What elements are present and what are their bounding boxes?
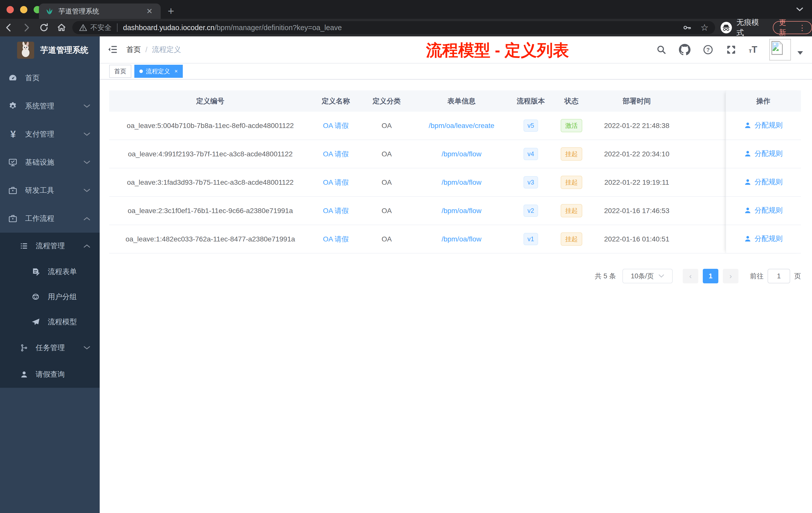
sidebar-item-label: 流程模型 [48, 317, 77, 327]
sidebar-item-process-model[interactable]: 流程模型 [0, 309, 100, 335]
sidebar-item-workflow[interactable]: 工作流程 [0, 205, 100, 233]
assign-rule-button[interactable]: 分配规则 [744, 120, 783, 130]
status-badge: 挂起 [561, 147, 582, 161]
definition-id: oa_leave:5:004b710b-7b8a-11ec-8ef0-acde4… [109, 122, 311, 130]
sidebar-item-home[interactable]: 首页 [0, 64, 100, 92]
sidebar-logo[interactable]: 芋道管理系统 [0, 36, 100, 64]
definition-name-link[interactable]: OA 请假 [311, 121, 360, 130]
security-warning[interactable]: 不安全 [79, 23, 112, 32]
hamburger-icon[interactable] [107, 44, 118, 55]
column-header-actions: 操作 [726, 96, 801, 106]
next-page-button[interactable]: › [723, 269, 738, 283]
sidebar-item-leave-query[interactable]: 请假查询 [0, 361, 100, 388]
version-badge: v1 [523, 233, 538, 245]
url-bar[interactable]: 不安全 dashboard.yudao.iocoder.cn/bpm/manag… [72, 21, 715, 34]
sidebar-item-label: 支付管理 [25, 129, 54, 139]
sidebar-item-process-management[interactable]: 流程管理 [0, 233, 100, 259]
chevron-down-icon [83, 132, 91, 137]
form-link[interactable]: /bpm/oa/flow [413, 235, 510, 243]
avatar-broken-image[interactable] [769, 39, 791, 60]
definition-category: OA [360, 235, 413, 243]
tab-title: 芋道管理系统 [58, 7, 144, 16]
sidebar-item-task-management[interactable]: 任务管理 [0, 335, 100, 361]
chevron-down-icon [83, 160, 91, 165]
sidebar-item-label: 基础设施 [25, 157, 54, 168]
prev-page-button[interactable]: ‹ [683, 269, 698, 283]
breadcrumb-separator: / [145, 46, 147, 54]
github-icon[interactable] [679, 44, 691, 56]
back-button[interactable] [0, 23, 18, 33]
browser-tab[interactable]: 芋道管理系统 ✕ [39, 3, 161, 19]
definition-name-link[interactable]: OA 请假 [311, 234, 360, 244]
column-header-version: 流程版本 [510, 96, 552, 106]
user-icon [744, 178, 752, 186]
form-link[interactable]: /bpm/oa/flow [413, 207, 510, 215]
column-header-form: 表单信息 [413, 96, 510, 106]
macos-traffic-lights[interactable] [6, 6, 41, 13]
version-badge: v4 [523, 148, 538, 160]
tag-process-definition[interactable]: 流程定义 × [134, 65, 183, 78]
svg-text:?: ? [706, 47, 710, 53]
page-number-1[interactable]: 1 [703, 269, 718, 283]
definition-category: OA [360, 178, 413, 186]
page-annotation: 流程模型 - 定义列表 [426, 39, 569, 61]
page-size-select[interactable]: 10条/页 [622, 269, 673, 283]
favicon-leaf-icon [45, 7, 54, 16]
assign-rule-button[interactable]: 分配规则 [744, 206, 783, 215]
app-title: 芋道管理系统 [40, 45, 88, 56]
sidebar-item-label: 首页 [25, 73, 40, 83]
user-avatar-menu[interactable] [769, 39, 803, 60]
definition-category: OA [360, 150, 413, 158]
definition-name-link[interactable]: OA 请假 [311, 149, 360, 159]
goto-label: 前往 [750, 272, 763, 280]
security-label: 不安全 [90, 23, 112, 32]
tag-home[interactable]: 首页 [109, 65, 131, 78]
assign-rule-button[interactable]: 分配规则 [744, 234, 783, 243]
action-label: 分配规则 [754, 120, 783, 130]
home-button[interactable] [53, 23, 70, 33]
bookmark-star-icon[interactable]: ☆ [700, 22, 708, 33]
definition-name-link[interactable]: OA 请假 [311, 206, 360, 216]
assign-rule-button[interactable]: 分配规则 [744, 177, 783, 187]
sidebar-item-user-group[interactable]: 用户分组 [0, 284, 100, 309]
user-icon [744, 235, 752, 242]
form-link[interactable]: /bpm/oa/leave/create [413, 122, 510, 130]
definition-table: 定义编号 定义名称 定义分类 表单信息 流程版本 状态 部署时间 操作 oa_l… [109, 90, 801, 253]
search-icon[interactable] [656, 44, 667, 55]
tab-close-icon[interactable]: ✕ [144, 7, 155, 16]
minimize-window-button[interactable] [20, 6, 27, 13]
key-icon[interactable] [682, 23, 692, 33]
form-link[interactable]: /bpm/oa/flow [413, 178, 510, 186]
font-size-icon[interactable]: тT [749, 44, 757, 55]
update-label: 更新 [779, 18, 793, 38]
sidebar-item-devtools[interactable]: 研发工具 [0, 176, 100, 205]
url-text[interactable]: dashboard.yudao.iocoder.cn/bpm/manager/d… [123, 24, 677, 32]
status-badge: 挂起 [561, 176, 582, 189]
sidebar-item-payment[interactable]: ¥ 支付管理 [0, 120, 100, 148]
browser-update-button[interactable]: 更新 ⋮ [773, 21, 812, 34]
tag-close-icon[interactable]: × [174, 68, 178, 74]
sidebar-item-infra[interactable]: 基础设施 [0, 148, 100, 176]
browser-menu-dots-icon[interactable]: ⋮ [799, 23, 806, 32]
tab-search-chevron-icon[interactable] [795, 6, 804, 12]
new-tab-button[interactable]: + [168, 5, 174, 17]
table-row: oa_leave:4:991f2193-7b7f-11ec-a3c8-acde4… [109, 140, 801, 169]
definition-name-link[interactable]: OA 请假 [311, 178, 360, 187]
sidebar-item-process-form[interactable]: 流程表单 [0, 259, 100, 284]
table-row: oa_leave:3:1fad3d93-7b75-11ec-a3c8-acde4… [109, 169, 801, 197]
assign-rule-button[interactable]: 分配规则 [744, 149, 783, 158]
breadcrumb-home[interactable]: 首页 [126, 45, 141, 55]
sidebar-item-system[interactable]: 系统管理 [0, 92, 100, 120]
help-icon[interactable]: ? [702, 44, 714, 55]
reload-button[interactable] [35, 23, 53, 33]
chevron-down-icon [658, 274, 664, 278]
forward-button[interactable] [18, 23, 35, 33]
goto-page-input[interactable] [767, 269, 790, 283]
deploy-time: 2022-01-22 20:34:10 [591, 150, 682, 158]
close-window-button[interactable] [6, 6, 14, 13]
deploy-time: 2022-01-22 21:48:38 [591, 122, 682, 130]
person-icon [20, 370, 30, 379]
form-link[interactable]: /bpm/oa/flow [413, 150, 510, 158]
fullscreen-icon[interactable] [726, 44, 737, 55]
avatar-caret-icon[interactable] [798, 51, 803, 55]
